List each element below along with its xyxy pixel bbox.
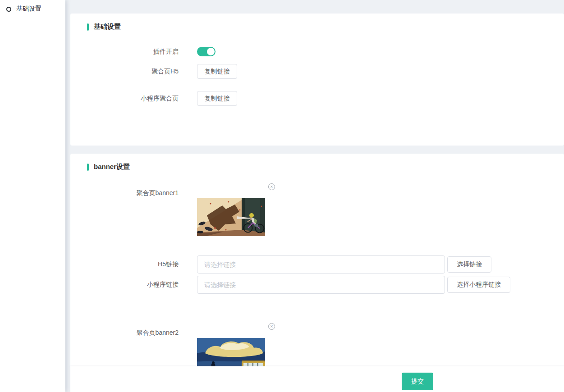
h5-link-row: H5链接 选择链接	[70, 255, 564, 273]
banner-section-title: banner设置	[94, 163, 130, 171]
toggle-knob-icon	[207, 48, 215, 55]
banner-section-header: banner设置	[70, 154, 564, 171]
select-miniprogram-link-button[interactable]: 选择小程序链接	[447, 277, 510, 293]
section-accent-bar	[87, 23, 89, 31]
basic-section-title: 基础设置	[94, 23, 121, 31]
circle-close-icon[interactable]: ×	[268, 183, 275, 190]
miniprogram-aggregation-row: 小程序聚合页 复制链接	[70, 91, 564, 106]
h5-aggregation-label: 聚合页H5	[70, 68, 197, 76]
h5-link-input[interactable]	[197, 255, 445, 273]
banner-settings-card: banner设置 聚合页banner1 ×	[70, 154, 564, 388]
banner1-media: ×	[197, 183, 276, 236]
sidebar: 基础设置	[0, 0, 65, 392]
copy-link-button-miniprogram[interactable]: 复制链接	[197, 91, 237, 106]
copy-link-button-h5[interactable]: 复制链接	[197, 64, 237, 79]
banner1-row: 聚合页banner1 ×	[70, 183, 564, 236]
sidebar-item-label: 基础设置	[16, 5, 41, 13]
plugin-toggle-switch[interactable]	[197, 47, 216, 56]
basic-section-header: 基础设置	[70, 14, 564, 31]
circle-close-icon[interactable]: ×	[268, 323, 275, 330]
section-accent-bar	[87, 164, 89, 171]
sidebar-item-basic-settings[interactable]: 基础设置	[0, 0, 65, 18]
banner1-label: 聚合页banner1	[70, 183, 197, 236]
miniprogram-link-input[interactable]	[197, 276, 445, 294]
plugin-toggle-row: 插件开启	[70, 47, 564, 56]
basic-settings-card: 基础设置 插件开启 聚合页H5 复制链接 小程序聚合页 复制链接	[70, 14, 564, 146]
submit-button[interactable]: 提交	[402, 373, 433, 390]
miniprogram-link-row: 小程序链接 选择小程序链接	[70, 276, 564, 294]
plugin-toggle-label: 插件开启	[70, 48, 197, 56]
h5-link-label: H5链接	[70, 260, 197, 269]
main-content: 基础设置 插件开启 聚合页H5 复制链接 小程序聚合页 复制链接 banner	[65, 0, 564, 392]
footer-bar: 提交	[70, 366, 564, 392]
miniprogram-link-label: 小程序链接	[70, 281, 197, 289]
radio-circle-icon	[6, 7, 11, 12]
banner1-image[interactable]	[197, 198, 265, 236]
h5-aggregation-row: 聚合页H5 复制链接	[70, 64, 564, 79]
miniprogram-aggregation-label: 小程序聚合页	[70, 95, 197, 103]
select-link-button[interactable]: 选择链接	[447, 256, 491, 273]
